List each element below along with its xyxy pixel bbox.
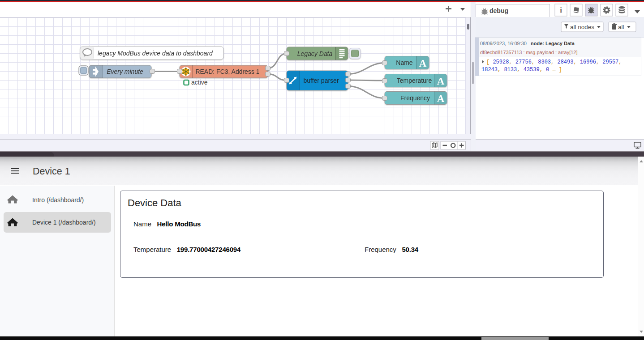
- svg-text:legacy ModBus device data to d: legacy ModBus device data to dashboard: [98, 50, 213, 57]
- svg-text:all: all: [618, 24, 624, 30]
- svg-text:A: A: [419, 58, 427, 69]
- svg-text:READ: FC3, Address 1: READ: FC3, Address 1: [195, 68, 259, 75]
- svg-text:all nodes: all nodes: [570, 24, 594, 30]
- svg-text:Legacy Data: Legacy Data: [297, 50, 333, 57]
- svg-text:Every minute: Every minute: [107, 68, 143, 75]
- svg-text:Name: Name: [396, 59, 413, 66]
- svg-text:i: i: [560, 6, 562, 14]
- svg-text:buffer parser: buffer parser: [303, 77, 339, 84]
- svg-text:Frequency: Frequency: [400, 94, 430, 102]
- svg-text:Temperature: Temperature: [397, 77, 432, 84]
- svg-text:A: A: [437, 76, 445, 87]
- svg-text:active: active: [191, 79, 208, 86]
- svg-text:A: A: [437, 93, 445, 104]
